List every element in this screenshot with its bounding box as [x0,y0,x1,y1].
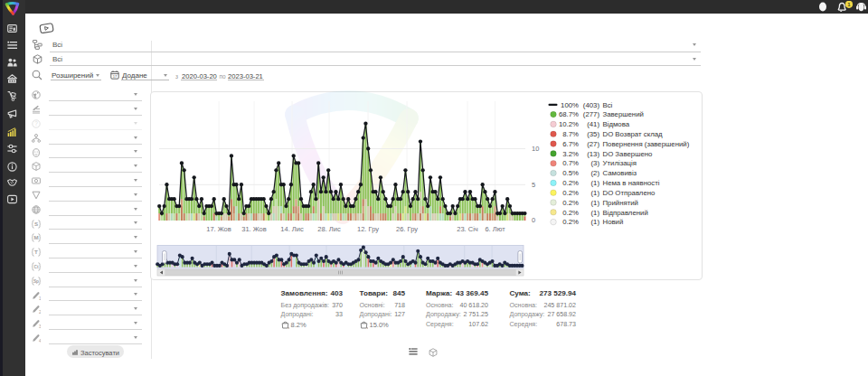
svg-text:(1): (1) [590,209,599,217]
svg-text:Повернення (завершений): Повернення (завершений) [603,140,690,148]
svg-text:Відправлений: Відправлений [603,209,648,217]
svg-text:Прийнятий: Прийнятий [603,199,638,207]
svg-text:12. Гру: 12. Гру [357,225,379,233]
svg-text:8.7%: 8.7% [562,130,579,138]
svg-text:Нема в наявності: Нема в наявності [603,179,660,187]
svg-text:(1): (1) [590,199,599,207]
svg-text:10: 10 [532,145,539,153]
svg-text:Відмова: Відмова [603,120,630,128]
svg-text:DO Отправлено: DO Отправлено [603,189,656,197]
svg-text:(27): (27) [587,140,599,148]
svg-text:26. Гру: 26. Гру [396,225,418,233]
svg-text:(41): (41) [587,120,599,128]
svg-text:100%: 100% [561,101,579,109]
svg-text:6. Лют: 6. Лют [485,225,505,233]
svg-text:(13): (13) [587,150,599,158]
svg-text:6.7%: 6.7% [562,140,579,148]
svg-text:x: x [288,326,288,329]
svg-text:14. Лис: 14. Лис [280,225,304,233]
svg-text:10.2%: 10.2% [559,120,579,128]
svg-text:(2): (2) [590,169,599,177]
svg-text:(403): (403) [583,101,600,109]
svg-text:(3): (3) [590,159,599,167]
svg-text:(1): (1) [590,218,599,226]
svg-text:68.7%: 68.7% [559,110,579,118]
svg-text:0.2%: 0.2% [562,209,579,217]
svg-text:(1): (1) [590,189,599,197]
svg-text:0.2%: 0.2% [562,179,579,187]
svg-text:5: 5 [532,181,535,189]
svg-text:0.5%: 0.5% [562,169,579,177]
svg-text:Утилізація: Утилізація [603,159,637,167]
svg-text:(35): (35) [587,130,599,138]
svg-text:23. Січ: 23. Січ [457,225,478,233]
svg-text:Всі: Всі [603,101,613,109]
svg-text:0.7%: 0.7% [562,159,579,167]
svg-text:0.2%: 0.2% [562,218,579,226]
svg-text:0.2%: 0.2% [562,199,579,207]
svg-text:(277): (277) [583,110,600,118]
svg-text:Новий: Новий [603,218,624,226]
svg-text:3.2%: 3.2% [562,150,579,158]
svg-text:31. Жов: 31. Жов [241,225,267,233]
svg-text:(1): (1) [590,179,599,187]
svg-text:x: x [366,326,367,329]
svg-text:Завершений: Завершений [603,110,644,118]
svg-text:DO Завершено: DO Завершено [603,150,654,158]
svg-text:0.2%: 0.2% [562,189,579,197]
svg-text:17. Жов: 17. Жов [206,225,231,233]
svg-text:DO Возврат склад: DO Возврат склад [603,130,664,138]
svg-text:0: 0 [532,216,535,224]
svg-text:28. Лис: 28. Лис [317,225,341,233]
svg-text:Самовивіз: Самовивіз [603,169,637,177]
